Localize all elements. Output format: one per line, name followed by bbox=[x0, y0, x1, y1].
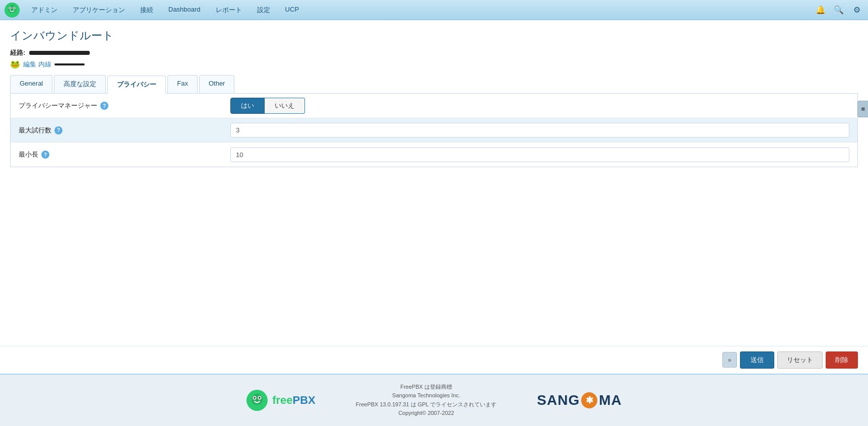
route-row: 経路: bbox=[10, 48, 858, 57]
privacy-manager-value-cell: はい いいえ bbox=[222, 94, 857, 118]
route-value bbox=[29, 51, 90, 55]
privacy-manager-help-icon[interactable]: ? bbox=[100, 102, 108, 110]
nav-settings[interactable]: 設定 bbox=[250, 3, 277, 18]
max-retries-input[interactable] bbox=[230, 123, 849, 137]
delete-button[interactable]: 削除 bbox=[826, 351, 858, 369]
svg-point-7 bbox=[252, 394, 263, 405]
nav-applications[interactable]: アプリケーション bbox=[66, 3, 132, 18]
svg-point-5 bbox=[14, 7, 15, 8]
form-row-privacy-manager: プライバシーマネージャー ? はい いいえ bbox=[11, 94, 857, 118]
tabs: General 高度な設定 プライバシー Fax Other bbox=[10, 75, 858, 94]
freepbx-footer-logo: freePBX bbox=[246, 389, 316, 411]
footer-copyright: FreePBX は登録商標 Sangoma Technologies Inc. … bbox=[356, 383, 497, 418]
sangoma-text-1: SANG bbox=[537, 392, 580, 408]
reset-button[interactable]: リセット bbox=[777, 351, 823, 369]
edit-link[interactable]: 編集 内線 bbox=[23, 60, 51, 69]
sidebar-list-icon: ≡ bbox=[861, 105, 865, 113]
edit-value bbox=[54, 63, 85, 65]
settings-gear-icon[interactable]: ⚙ bbox=[850, 3, 864, 17]
nav-connections[interactable]: 接続 bbox=[133, 3, 160, 18]
page-title: インバウンドルート bbox=[10, 28, 858, 43]
sidebar-toggle-button[interactable]: ≡ bbox=[857, 101, 868, 117]
search-icon[interactable]: 🔍 bbox=[832, 3, 846, 17]
min-length-label: 最小長 bbox=[19, 150, 38, 159]
nav-dashboard[interactable]: Dashboard bbox=[161, 3, 208, 18]
toggle-yes-button[interactable]: はい bbox=[230, 98, 265, 114]
tab-advanced[interactable]: 高度な設定 bbox=[54, 75, 106, 93]
nav-admin[interactable]: アドミン bbox=[24, 3, 65, 18]
min-length-input[interactable] bbox=[230, 148, 849, 162]
privacy-manager-toggle: はい いいえ bbox=[230, 98, 849, 114]
form-row-max-retries: 最大試行数 ? bbox=[11, 118, 857, 143]
min-length-label-cell: 最小長 ? bbox=[11, 145, 222, 164]
freepbx-brand-text: freePBX bbox=[272, 394, 316, 407]
tab-other[interactable]: Other bbox=[199, 75, 235, 93]
submit-button[interactable]: 送信 bbox=[740, 351, 774, 369]
svg-point-10 bbox=[254, 397, 256, 399]
privacy-manager-label: プライバシーマネージャー bbox=[19, 101, 97, 110]
main-content: インバウンドルート 経路: 🐸 編集 内線 General 高度な設定 プライバ… bbox=[0, 20, 868, 205]
tab-privacy[interactable]: プライバシー bbox=[107, 76, 166, 94]
nav-items: アドミン アプリケーション 接続 Dashboard レポート 設定 UCP bbox=[24, 3, 814, 18]
toggle-no-button[interactable]: いいえ bbox=[265, 98, 305, 114]
privacy-manager-label-cell: プライバシーマネージャー ? bbox=[11, 96, 222, 115]
edit-row: 🐸 編集 内線 bbox=[10, 59, 858, 69]
sangoma-footer-logo: SANG ✱ MA bbox=[537, 392, 622, 408]
max-retries-label: 最大試行数 bbox=[19, 126, 51, 135]
svg-point-11 bbox=[259, 397, 261, 399]
action-bar: » 送信 リセット 削除 bbox=[0, 346, 868, 374]
notifications-icon[interactable]: 🔔 bbox=[814, 3, 828, 17]
expand-button[interactable]: » bbox=[722, 352, 737, 368]
route-label: 経路: bbox=[10, 48, 25, 57]
sangoma-text-2: MA bbox=[599, 392, 622, 408]
min-length-value-cell bbox=[222, 144, 857, 166]
nav-reports[interactable]: レポート bbox=[209, 3, 249, 18]
max-retries-label-cell: 最大試行数 ? bbox=[11, 121, 222, 140]
form-row-min-length: 最小長 ? bbox=[11, 143, 857, 167]
sangoma-o-icon: ✱ bbox=[581, 392, 597, 408]
freepbx-logo[interactable] bbox=[4, 2, 20, 18]
min-length-help-icon[interactable]: ? bbox=[41, 151, 49, 159]
max-retries-help-icon[interactable]: ? bbox=[54, 126, 63, 134]
svg-point-4 bbox=[10, 7, 11, 8]
navbar-right: 🔔 🔍 ⚙ bbox=[814, 3, 864, 17]
tab-fax[interactable]: Fax bbox=[167, 75, 198, 93]
navbar: アドミン アプリケーション 接続 Dashboard レポート 設定 UCP 🔔… bbox=[0, 0, 868, 20]
tab-general[interactable]: General bbox=[10, 75, 52, 93]
footer: freePBX FreePBX は登録商標 Sangoma Technologi… bbox=[0, 374, 868, 426]
footer-frog-icon bbox=[246, 389, 268, 411]
max-retries-value-cell bbox=[222, 119, 857, 141]
form-panel: プライバシーマネージャー ? はい いいえ 最大試行数 ? 最小長 bbox=[10, 94, 858, 167]
nav-ucp[interactable]: UCP bbox=[278, 3, 306, 18]
edit-icon: 🐸 bbox=[10, 59, 20, 69]
